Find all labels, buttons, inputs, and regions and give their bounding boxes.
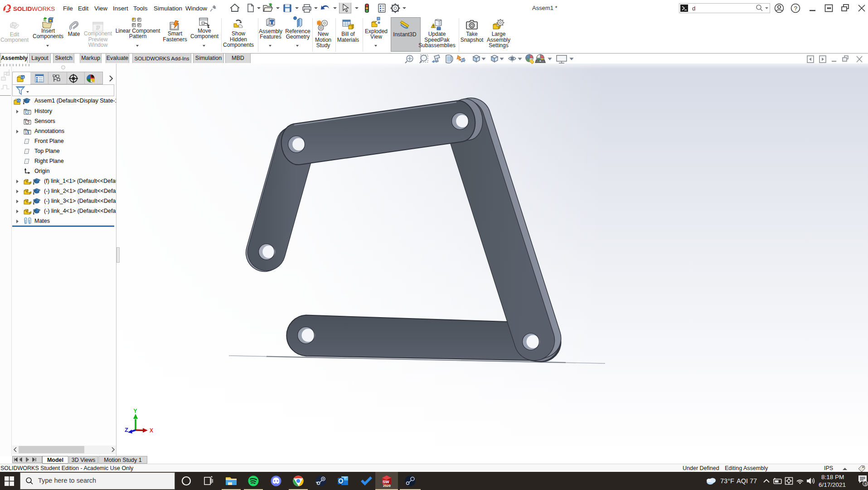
svg-text:3: 3 [864, 481, 867, 486]
svg-text:2020: 2020 [383, 484, 391, 488]
svg-text:A: A [461, 58, 465, 63]
svg-text:Y: Y [134, 408, 137, 414]
svg-text:A: A [26, 130, 29, 134]
svg-text:Z: Z [125, 426, 128, 433]
svg-text:SOLIDWORKS: SOLIDWORKS [13, 5, 55, 12]
svg-text:X: X [150, 427, 153, 434]
svg-text:?: ? [794, 5, 798, 12]
